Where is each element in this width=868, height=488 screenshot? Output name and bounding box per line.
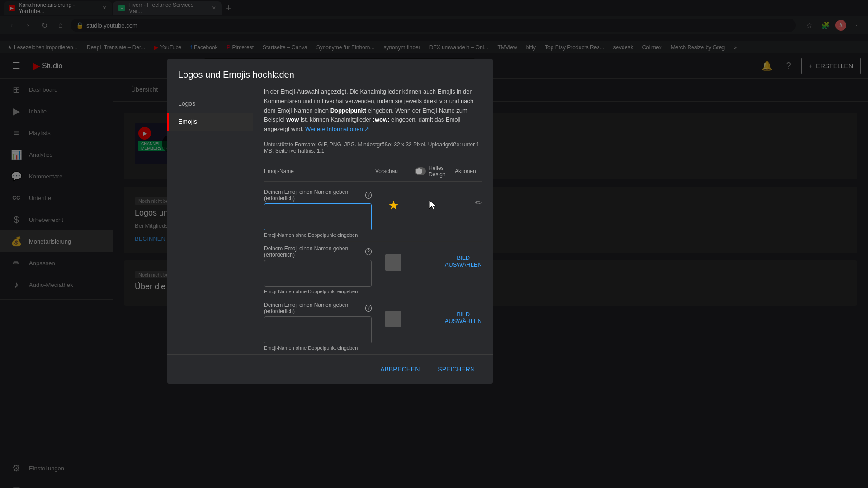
dialog-content: in der Emoji-Auswahl angezeigt. Die Kana…	[253, 87, 493, 354]
cursor-icon	[429, 200, 438, 211]
star-emoji: ★	[388, 198, 399, 213]
emoji-placeholder-2	[385, 254, 401, 271]
emoji-edit-button-1[interactable]: ✏	[475, 198, 482, 208]
more-info-link[interactable]: Weitere Informationen ↗	[305, 126, 369, 132]
emoji-placeholder-3	[385, 311, 401, 327]
bild-auswahlen-button-2[interactable]: BILD AUSWÄHLEN	[445, 254, 482, 268]
dialog-sidebar-logos[interactable]: Logos	[167, 94, 253, 113]
emoji-hint-1: Emoji-Namen ohne Doppelpunkt eingeben	[264, 232, 372, 238]
emoji-preview-1: ★	[375, 189, 411, 213]
emoji-cursor-area	[415, 189, 451, 211]
emoji-preview-3	[375, 302, 411, 327]
dialog-title: Logos und Emojis hochladen	[178, 70, 294, 80]
emoji-name-input-1[interactable]	[264, 203, 372, 230]
col-light-design: Helles Design	[415, 165, 451, 178]
col-name: Emoji-Name	[264, 168, 372, 174]
emoji-hint-3: Emoji-Namen ohne Doppelpunkt eingeben	[264, 345, 372, 351]
emoji-name-input-3[interactable]	[264, 316, 372, 343]
emoji-name-input-2[interactable]	[264, 260, 372, 287]
col-actions: Aktionen	[455, 168, 482, 174]
emoji-actions-2: BILD AUSWÄHLEN	[455, 245, 482, 268]
save-button[interactable]: SPEICHERN	[430, 362, 482, 376]
dialog-body: Logos Emojis in der Emoji-Auswahl angeze…	[167, 87, 493, 354]
emoji-input-label-3: Deinem Emoji einen Namen geben (erforder…	[264, 302, 372, 314]
bild-auswahlen-button-3[interactable]: BILD AUSWÄHLEN	[445, 311, 482, 324]
dialog-header: Logos und Emojis hochladen	[167, 59, 493, 87]
emoji-table-header: Emoji-Name Vorschau Helles Design Aktion…	[264, 161, 482, 182]
dialog-sidebar: Logos Emojis	[167, 87, 253, 354]
dialog-description: in der Emoji-Auswahl angezeigt. Die Kana…	[264, 87, 482, 134]
emoji-row-1-input-wrapper: Deinem Emoji einen Namen geben (erforder…	[264, 189, 372, 238]
dialog-sidebar-emojis[interactable]: Emojis	[167, 113, 253, 131]
studio-app: ☰ ▶ Studio 🔔 ? + ERSTELLEN ⊞ Dashboard	[0, 53, 868, 488]
emoji-input-label-1: Deinem Emoji einen Namen geben (erforder…	[264, 189, 372, 202]
emoji-actions-1: ✏	[455, 189, 482, 208]
emoji-row-1: Deinem Emoji einen Namen geben (erforder…	[264, 185, 482, 242]
emoji-preview-2	[375, 245, 411, 271]
col-preview: Vorschau	[375, 168, 411, 174]
emoji-row-2-input-wrapper: Deinem Emoji einen Namen geben (erforder…	[264, 245, 372, 294]
help-icon-1[interactable]: ?	[365, 192, 372, 199]
format-info: Unterstützte Formate: GIF, PNG, JPG. Min…	[264, 141, 482, 154]
emoji-row-3-input-wrapper: Deinem Emoji einen Namen geben (erforder…	[264, 302, 372, 351]
emoji-row-3: Deinem Emoji einen Namen geben (erforder…	[264, 298, 482, 354]
emoji-row-2: Deinem Emoji einen Namen geben (erforder…	[264, 242, 482, 298]
cancel-button[interactable]: ABBRECHEN	[373, 362, 427, 376]
emoji-input-label-2: Deinem Emoji einen Namen geben (erforder…	[264, 245, 372, 258]
help-icon-3[interactable]: ?	[365, 305, 372, 312]
emoji-actions-3: BILD AUSWÄHLEN	[455, 302, 482, 324]
toggle-track[interactable]	[415, 167, 426, 175]
emoji-hint-2: Emoji-Namen ohne Doppelpunkt eingeben	[264, 289, 372, 294]
upload-dialog: Logos und Emojis hochladen Logos Emojis …	[167, 59, 493, 384]
help-icon-2[interactable]: ?	[365, 248, 372, 255]
dialog-footer: ABBRECHEN SPEICHERN	[167, 354, 493, 384]
